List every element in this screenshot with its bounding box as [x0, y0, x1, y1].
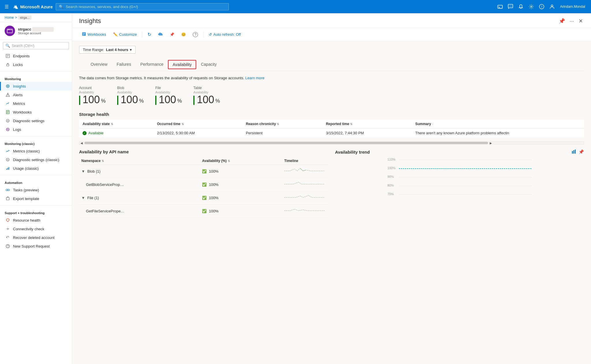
hamburger-menu[interactable]: ☰ [3, 3, 10, 11]
sidebar-item-metrics-classic[interactable]: Metrics (classic) [0, 147, 72, 155]
sidebar-item-usage-classic-label: Usage (classic) [13, 166, 39, 171]
more-button[interactable]: ··· [568, 17, 575, 25]
customize-button[interactable]: ✏️ Customize [110, 31, 140, 38]
sidebar-item-metrics[interactable]: Metrics [0, 99, 72, 108]
metric-file-value-row: 100 % [155, 95, 182, 105]
table-header-row: Availability state ⇅ Occurred time ⇅ Rea… [79, 120, 584, 129]
availability-trend-section: Availability trend 📌 110% [335, 149, 584, 218]
alerts-icon [5, 93, 10, 97]
metric-blob: Blob Availability 100 % [117, 86, 144, 105]
th-availability-state[interactable]: Availability state ⇅ [79, 120, 154, 129]
storage-health-section: Storage health Availability state ⇅ Occu… [79, 112, 584, 145]
api-row-getblob: GetBlobServiceProp… ✅ 100% [79, 178, 328, 191]
trend-pin-icon[interactable]: 📌 [579, 149, 584, 155]
sidebar-item-new-support[interactable]: ? New Support Request [0, 242, 72, 250]
directory-button[interactable] [547, 2, 557, 11]
svg-text:?: ? [541, 5, 542, 9]
tab-availability[interactable]: Availability [168, 60, 196, 69]
api-th-namespace[interactable]: Namespace ⇅ [79, 157, 200, 165]
cloud-button[interactable] [155, 31, 166, 38]
api-sort-namespace: ⇅ [102, 159, 104, 163]
pin-toolbar-icon: 📌 [170, 32, 174, 37]
workbooks-button[interactable]: Workbooks [79, 31, 109, 38]
pin-button[interactable]: 📌 [558, 17, 566, 25]
time-range-button[interactable]: Time Range: Last 4 hours ▾ [79, 46, 136, 54]
expand-file-icon[interactable]: ▼ [81, 196, 85, 200]
learn-more-link[interactable]: Learn more [245, 76, 264, 80]
trend-icons: 📌 [572, 149, 584, 155]
settings-button[interactable] [527, 2, 536, 11]
search-input[interactable] [66, 5, 226, 9]
toolbar-divider-1 [142, 32, 142, 37]
sidebar-item-endpoints-label: Endpoints [13, 54, 30, 58]
th-reason-chronicity[interactable]: Reason chronicity ⇅ [242, 120, 322, 129]
sidebar-item-tasks[interactable]: Tasks (preview) [0, 186, 72, 194]
metric-account-percent: % [101, 98, 106, 104]
svg-point-3 [510, 6, 511, 6]
refresh-button[interactable]: ↻ [145, 30, 154, 39]
auto-refresh-button[interactable]: ↺ Auto refresh: Off [206, 31, 244, 38]
sidebar-item-diagnostic[interactable]: Diagnostic settings [0, 116, 72, 125]
breadcrumb-home[interactable]: Home [5, 16, 14, 20]
help-toolbar-icon: ? [193, 32, 198, 37]
api-th-timeline: Timeline [282, 157, 328, 165]
sidebar-item-recover[interactable]: Recover deleted account [0, 233, 72, 242]
sidebar-item-export[interactable]: Export template [0, 194, 72, 203]
expand-blob-icon[interactable]: ▼ [81, 169, 85, 173]
pin-toolbar-button[interactable]: 📌 [167, 31, 177, 38]
sidebar-search-input[interactable] [12, 44, 66, 48]
sidebar-item-endpoints[interactable]: Endpoints [0, 52, 72, 60]
sidebar-item-insights[interactable]: Insights [0, 82, 72, 90]
cloud-shell-button[interactable] [495, 2, 505, 11]
tab-performance[interactable]: Performance [136, 59, 168, 70]
feedback-toolbar-button[interactable]: 😊 [178, 31, 189, 38]
sidebar-item-logs[interactable]: Logs [0, 125, 72, 134]
sidebar-item-diag-classic[interactable]: Diagnostic settings (classic) [0, 155, 72, 164]
table-scroll-bar[interactable]: ◀ ▶ [79, 141, 584, 145]
getfile-check-icon: ✅ [202, 209, 207, 213]
svg-point-5 [530, 6, 532, 7]
tab-capacity[interactable]: Capacity [196, 59, 221, 70]
sidebar-item-connectivity[interactable]: Connectivity check [0, 225, 72, 233]
help-toolbar-button[interactable]: ? [190, 31, 201, 39]
api-cell-file-namespace: ▼ File (1) [79, 191, 200, 205]
diagnostic-icon [5, 118, 10, 123]
feedback-button[interactable] [506, 2, 515, 11]
th-summary[interactable]: Summary ↑ [412, 120, 584, 129]
bottom-section: Availability by API name Namespace ⇅ Ava… [79, 149, 584, 218]
sidebar-item-usage-classic[interactable]: Usage (classic) [0, 164, 72, 173]
sidebar-item-alerts[interactable]: Alerts [0, 90, 72, 99]
close-button[interactable]: ✕ [577, 17, 584, 25]
trend-chart-svg: 110% 100% 90% 80% 70% [335, 157, 584, 203]
metric-table-bar [193, 96, 194, 105]
th-occurred-time[interactable]: Occurred time ⇅ [154, 120, 242, 129]
notifications-button[interactable] [516, 2, 525, 11]
scroll-handle[interactable] [85, 142, 488, 144]
sidebar-item-locks[interactable]: Locks [0, 60, 72, 69]
getfile-timeline-chart [284, 206, 325, 215]
user-menu[interactable]: Arindam.Mondal [558, 3, 588, 10]
sidebar-item-recover-label: Recover deleted account [13, 235, 55, 240]
breadcrumb-separator: > [15, 16, 17, 20]
th-reported-time[interactable]: Reported time ⇅ [322, 120, 412, 129]
svg-rect-10 [7, 29, 12, 30]
help-button[interactable]: ? [537, 2, 546, 11]
api-row-getfile: GetFileServicePrope… ✅ 100% [79, 205, 328, 218]
topbar-icons: ? Arindam.Mondal [495, 2, 588, 11]
sidebar-item-workbooks[interactable]: Workbooks [0, 108, 72, 116]
metric-account-bar [79, 96, 80, 105]
svg-point-12 [9, 29, 10, 30]
api-cell-getfile-timeline [282, 205, 328, 218]
metric-blob-value-row: 100 % [117, 95, 144, 105]
tab-overview[interactable]: Overview [86, 59, 112, 70]
api-cell-getfile-availability: ✅ 100% [200, 205, 282, 218]
tab-failures[interactable]: Failures [112, 59, 136, 70]
scroll-left-arrow[interactable]: ◀ [79, 142, 84, 145]
topbar-search[interactable]: 🔍 [56, 3, 229, 10]
trend-bar-chart-icon[interactable] [572, 149, 576, 155]
workbooks-icon [5, 110, 10, 114]
api-th-availability[interactable]: Availability (%) ⇅ [200, 157, 282, 165]
scroll-right-arrow[interactable]: ▶ [489, 142, 493, 145]
svg-point-29 [6, 189, 8, 191]
sidebar-item-resource-health[interactable]: Resource health [0, 216, 72, 225]
